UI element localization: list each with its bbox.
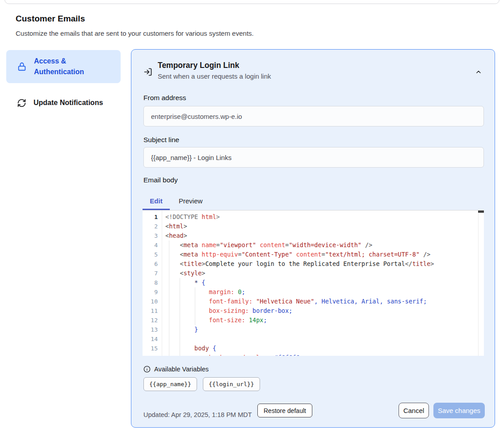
code-lines[interactable]: <!DOCTYPE html><html><head> <meta name="… xyxy=(163,211,478,356)
variable-chip[interactable]: {{login_url}} xyxy=(203,377,260,391)
variable-chip[interactable]: {{app_name}} xyxy=(143,377,197,391)
available-variables-label: Available Variables xyxy=(154,366,209,373)
subject-line-label: Subject line xyxy=(143,136,179,144)
sidebar-item-access-authentication[interactable]: Access & Authentication xyxy=(6,50,121,83)
line-number-gutter: 12345678910111213141516 xyxy=(143,211,162,356)
active-tab-underline xyxy=(143,209,170,210)
sidebar-item-update-notifications[interactable]: Update Notifications xyxy=(6,94,121,111)
refresh-icon xyxy=(17,98,26,108)
subject-line-input[interactable] xyxy=(143,147,484,168)
editor-scrollbar[interactable] xyxy=(478,211,484,356)
save-changes-button[interactable]: Save changes xyxy=(433,403,485,418)
temporary-login-link-panel: Temporary Login Link Sent when a user re… xyxy=(131,49,495,428)
from-address-input[interactable] xyxy=(143,106,484,126)
restore-default-button[interactable]: Restore default xyxy=(257,404,312,417)
code-editor[interactable]: 12345678910111213141516 <!DOCTYPE html><… xyxy=(143,210,484,356)
tab-edit[interactable]: Edit xyxy=(143,193,170,209)
page-subtitle: Customize the emails that are sent to yo… xyxy=(16,29,254,37)
panel-header: Temporary Login Link Sent when a user re… xyxy=(158,61,271,80)
editor-scrollbar-thumb[interactable] xyxy=(478,211,484,213)
page-title: Customer Emails xyxy=(16,14,85,24)
panel-title: Temporary Login Link xyxy=(158,61,271,70)
previous-card-edge xyxy=(4,0,500,4)
email-body-tabs: Edit Preview xyxy=(143,193,211,209)
info-icon xyxy=(143,366,151,373)
lock-icon xyxy=(17,62,27,72)
variable-chips: {{app_name}}{{login_url}} xyxy=(143,377,260,391)
updated-timestamp: Updated: Apr 29, 2025, 1:18 PM MDT xyxy=(143,411,252,418)
chevron-up-icon xyxy=(475,68,482,76)
email-types-sidebar: Access & Authentication Update Notificat… xyxy=(6,50,121,111)
sidebar-item-label: Update Notifications xyxy=(34,97,103,108)
from-address-label: From address xyxy=(143,94,186,102)
available-variables-row: Available Variables xyxy=(143,366,209,373)
email-body-label: Email body xyxy=(143,176,178,184)
log-in-icon xyxy=(143,67,152,76)
tab-preview[interactable]: Preview xyxy=(170,193,211,209)
cancel-button[interactable]: Cancel xyxy=(399,403,429,418)
collapse-button[interactable] xyxy=(473,67,484,77)
panel-subtitle: Sent when a user requests a login link xyxy=(158,72,271,80)
sidebar-item-label: Access & Authentication xyxy=(34,56,114,77)
